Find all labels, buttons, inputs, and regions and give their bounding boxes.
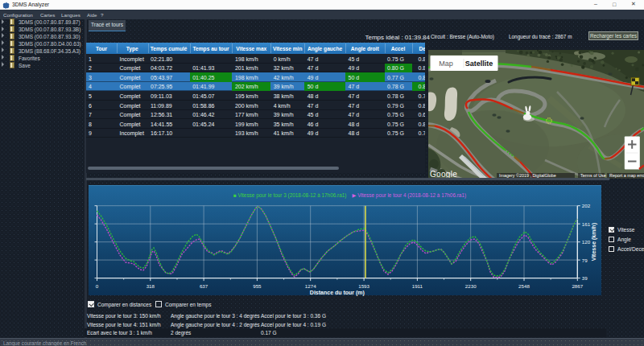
- svg-text:0: 0: [96, 283, 99, 289]
- svg-text:Vitesse (km/h): Vitesse (km/h): [592, 223, 598, 261]
- svg-text:Satellite: Satellite: [465, 60, 493, 68]
- svg-text:318: 318: [147, 283, 155, 289]
- svg-text:2867: 2867: [572, 283, 583, 289]
- svg-text:79: 79: [582, 257, 588, 263]
- svg-text:161: 161: [582, 221, 591, 227]
- svg-text:2230: 2230: [465, 283, 477, 289]
- svg-text:2548: 2548: [518, 283, 530, 289]
- svg-text:Distance du tour (m): Distance du tour (m): [310, 290, 365, 296]
- svg-text:120: 120: [582, 239, 591, 245]
- svg-text:39: 39: [582, 275, 588, 281]
- svg-text:1911: 1911: [412, 283, 423, 289]
- svg-text:202: 202: [582, 203, 591, 208]
- svg-text:Map: Map: [439, 60, 453, 68]
- svg-text:Report a map error: Report a map error: [609, 173, 644, 178]
- svg-text:637: 637: [200, 283, 208, 289]
- svg-text:1593: 1593: [358, 283, 369, 289]
- svg-text:1274: 1274: [305, 283, 316, 289]
- svg-text:955: 955: [253, 283, 262, 289]
